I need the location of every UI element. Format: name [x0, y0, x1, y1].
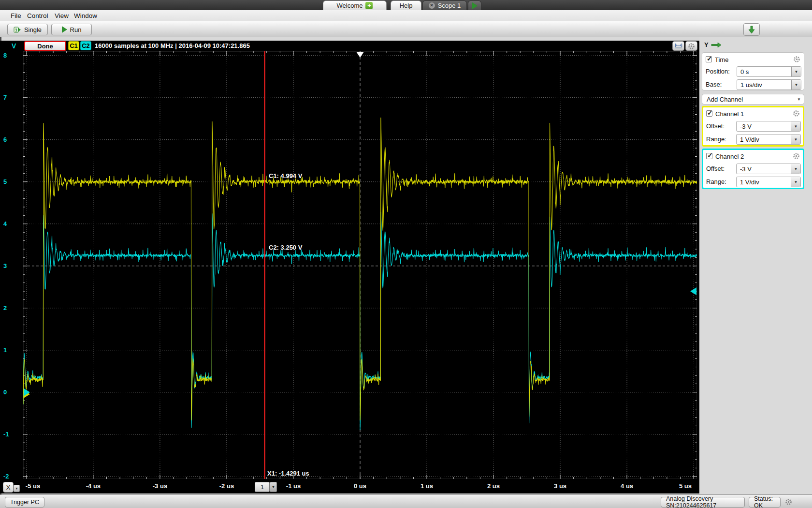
- time-checkbox[interactable]: ✓: [706, 56, 712, 62]
- gear-icon[interactable]: [793, 56, 800, 63]
- x-axis-tick-label: -5 us: [26, 482, 40, 490]
- done-label: Done: [37, 43, 53, 50]
- scope-status-row: V Done C1 C2 16000 samples at 100 MHz | …: [0, 41, 699, 51]
- menu-control[interactable]: Control: [27, 12, 48, 19]
- gear-icon[interactable]: [785, 498, 792, 506]
- c1-badge-label: C1: [70, 42, 78, 49]
- channel2-group: ✓ Channel 2 Offset: -3 V ▼ Range: 1 V/di…: [702, 149, 804, 189]
- chevron-down-icon: ▼: [794, 94, 804, 104]
- device-info-label: Analog Discovery SN:210244625617: [666, 495, 740, 508]
- x-axis-tick-label: -4 us: [86, 482, 101, 490]
- menu-file[interactable]: File: [11, 12, 21, 19]
- device-status-button[interactable]: Status: OK: [749, 497, 781, 508]
- channel2-group-title: Channel 2: [715, 153, 744, 160]
- play-icon: [472, 2, 478, 9]
- x-axis-tick-label: -2 us: [219, 482, 234, 490]
- y-axis-tick-label: -2: [3, 473, 9, 480]
- trigger-source-button[interactable]: Trigger PC: [5, 497, 44, 508]
- chevron-down-icon[interactable]: ▼: [791, 67, 801, 76]
- menu-bar: File Control View Window: [0, 10, 812, 21]
- tab-welcome-label: Welcome: [337, 2, 363, 9]
- x-axis-tick-label: -3 us: [153, 482, 167, 490]
- status-bar: Trigger PC Analog Discovery SN:210244625…: [0, 494, 812, 508]
- y-axis-tick-label: -1: [3, 431, 9, 438]
- single-button-label: Single: [24, 26, 42, 33]
- x-axis-tick-label: 4 us: [621, 482, 633, 490]
- channel2-range-value: 1 V/div: [740, 179, 759, 186]
- menu-view[interactable]: View: [55, 12, 69, 19]
- channel2-range-select[interactable]: 1 V/div ▼: [736, 177, 801, 187]
- channel1-offset-select[interactable]: -3 V ▼: [736, 121, 801, 132]
- chevron-down-icon[interactable]: ▼: [791, 177, 800, 187]
- position-label: Position:: [706, 68, 730, 75]
- channel1-group-title: Channel 1: [715, 110, 744, 118]
- download-arrow-icon: [748, 26, 755, 34]
- add-channel-select[interactable]: Add Channel ▼: [702, 94, 804, 105]
- menu-window[interactable]: Window: [74, 12, 97, 19]
- x-axis-tick-label: 0 us: [354, 482, 366, 490]
- y-axis-tick-label: 6: [3, 136, 7, 143]
- chevron-down-icon[interactable]: ▼: [791, 164, 800, 174]
- export-download-button[interactable]: [743, 23, 760, 36]
- scope-display-area: V Done C1 C2 16000 samples at 100 MHz | …: [0, 41, 699, 493]
- tab-help-label: Help: [400, 2, 413, 9]
- tab-help[interactable]: Help: [391, 0, 421, 10]
- channel2-offset-value: -3 V: [740, 165, 752, 173]
- x-axis-tick-label: -1 us: [286, 482, 301, 490]
- tab-scope1[interactable]: ✕ Scope 1: [422, 0, 467, 10]
- time-base-value: 1 us/div: [740, 81, 762, 89]
- y-axis-unit-label: V: [12, 42, 16, 50]
- channel2-offset-select[interactable]: -3 V ▼: [736, 164, 801, 174]
- y-axis-tick-label: 1: [3, 346, 7, 354]
- chevron-down-icon[interactable]: ▼: [791, 134, 800, 144]
- c2-badge-label: C2: [82, 42, 90, 49]
- ruler-arrows-icon: [675, 43, 682, 49]
- channel1-checkbox[interactable]: ✓: [706, 110, 712, 117]
- green-right-arrow-icon[interactable]: [711, 42, 722, 48]
- tab-welcome[interactable]: Welcome +: [323, 0, 387, 10]
- measure-tool-button[interactable]: [672, 41, 684, 51]
- chevron-down-icon[interactable]: ▼: [791, 121, 800, 131]
- cursor-spinner-down-icon[interactable]: ▼: [270, 482, 277, 492]
- y-axis-tick-label: 4: [3, 220, 7, 227]
- device-status-label: Status: OK: [754, 495, 775, 508]
- c2-badge[interactable]: C2: [80, 41, 91, 50]
- time-base-select[interactable]: 1 us/div ▼: [737, 79, 801, 90]
- x-axis-button[interactable]: X: [3, 482, 14, 493]
- plot-settings-button[interactable]: [685, 41, 697, 51]
- x-axis-tick-label: 1 us: [420, 482, 433, 490]
- single-button[interactable]: 1 Single: [7, 24, 48, 35]
- x-axis-tick-label: 3 us: [554, 482, 566, 490]
- run-icon: [62, 26, 67, 33]
- base-label: Base:: [706, 81, 722, 88]
- single-icon: 1: [14, 26, 21, 33]
- oscilloscope-plot[interactable]: [23, 51, 697, 479]
- device-info-button[interactable]: Analog Discovery SN:210244625617: [661, 497, 745, 508]
- gear-icon[interactable]: [793, 110, 800, 117]
- y-axis-tick-label: 5: [3, 178, 7, 185]
- channel1-range-select[interactable]: 1 V/div ▼: [736, 134, 801, 145]
- y-axis-button[interactable]: Y: [704, 41, 709, 48]
- channel2-range-label: Range:: [706, 178, 726, 185]
- run-button[interactable]: Run: [51, 24, 92, 35]
- right-control-panel: Y ✓ Time Position: 0 s ▼ Base: 1 us/div …: [699, 37, 812, 494]
- x-axis-tick-label: 5 us: [679, 482, 692, 490]
- add-instrument-icon[interactable]: +: [365, 2, 373, 9]
- tab-run-button[interactable]: [468, 0, 481, 10]
- chevron-down-icon[interactable]: ▼: [791, 80, 801, 90]
- run-button-label: Run: [70, 26, 82, 33]
- x-axis-dropdown-icon[interactable]: ▼: [14, 485, 20, 492]
- channel2-checkbox[interactable]: ✓: [706, 153, 712, 159]
- acquisition-done-button[interactable]: Done: [24, 41, 66, 51]
- channel1-group: ✓ Channel 1 Offset: -3 V ▼ Range: 1 V/di…: [702, 106, 804, 147]
- cursor-index-box[interactable]: 1: [255, 482, 270, 492]
- y-axis-tick-label: 3: [3, 262, 7, 269]
- c1-badge[interactable]: C1: [68, 41, 79, 50]
- c2-cursor-value-label: C2: 3.250 V: [269, 244, 302, 251]
- gear-icon[interactable]: [793, 152, 800, 160]
- y-axis-tick-label: 8: [3, 52, 7, 59]
- close-tab-icon[interactable]: ✕: [429, 2, 435, 9]
- scope-toolbar: 1 Single Run Mode: Normal ▲▼ Source: Cha…: [0, 21, 812, 37]
- x1-cursor-value-label: X1: -1.4291 us: [267, 470, 309, 477]
- time-position-select[interactable]: 0 s ▼: [737, 66, 801, 77]
